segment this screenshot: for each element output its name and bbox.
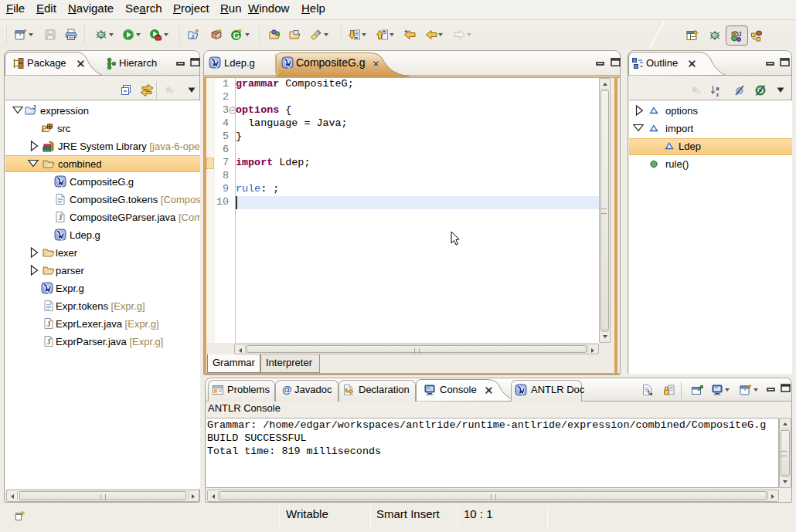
svg-text:J: J bbox=[32, 104, 36, 110]
svg-text:J: J bbox=[47, 337, 51, 346]
svg-text:J: J bbox=[47, 320, 51, 328]
svg-text:J: J bbox=[738, 30, 742, 38]
svg-text:J: J bbox=[59, 213, 63, 222]
svg-text:z: z bbox=[716, 90, 719, 97]
svg-text:J: J bbox=[191, 34, 194, 39]
